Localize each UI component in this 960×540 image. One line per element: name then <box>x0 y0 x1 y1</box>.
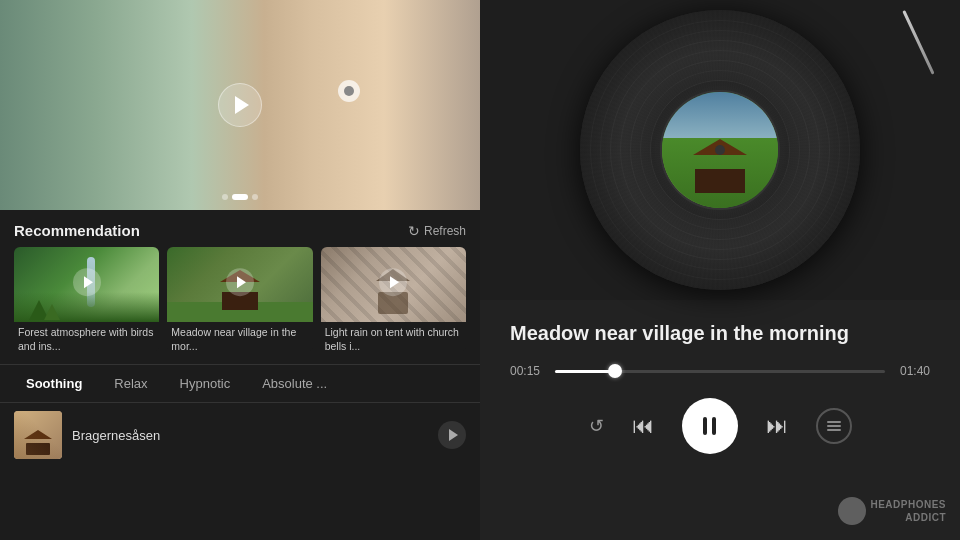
track-info: Meadow near village in the morning <box>480 300 960 356</box>
previous-button[interactable]: ⏮ <box>632 413 654 439</box>
refresh-icon: ↻ <box>408 223 420 239</box>
tonearm-arm <box>902 10 934 75</box>
progress-thumb[interactable] <box>608 364 622 378</box>
vinyl-center <box>715 145 725 155</box>
rec-item-1[interactable]: Forest atmosphere with birds and ins... <box>14 247 159 352</box>
tab-relax[interactable]: Relax <box>102 371 159 396</box>
progress-container: 00:15 01:40 <box>480 356 960 386</box>
play-pause-button[interactable] <box>682 398 738 454</box>
refresh-label: Refresh <box>424 224 466 238</box>
vinyl-container <box>480 0 960 300</box>
tab-soothing[interactable]: Soothing <box>14 371 94 396</box>
song-thumbnail <box>14 411 62 459</box>
menu-button[interactable] <box>816 408 852 444</box>
watermark-icon <box>838 497 866 525</box>
recommendation-title: Recommendation <box>14 222 140 239</box>
pause-icon <box>703 417 716 435</box>
song-name: Bragernesåsen <box>72 428 428 443</box>
barn-image <box>695 155 745 193</box>
watermark-text: HEADPHONES ADDICT <box>870 498 946 524</box>
rec-3-play[interactable] <box>379 268 407 296</box>
repeat-icon: ↺ <box>589 415 604 437</box>
tonearm <box>825 10 905 90</box>
recommendation-grid: Forest atmosphere with birds and ins... … <box>0 247 480 364</box>
song-list: Bragernesåsen <box>0 403 480 540</box>
recommendation-header: Recommendation ↻ Refresh <box>0 210 480 247</box>
rec-item-1-label: Forest atmosphere with birds and ins... <box>14 322 159 352</box>
track-title: Meadow near village in the morning <box>510 320 930 346</box>
hero-dots-indicator <box>222 194 258 200</box>
vinyl-record <box>580 10 860 290</box>
song-info: Bragernesåsen <box>72 428 428 443</box>
time-total: 01:40 <box>895 364 930 378</box>
song-item[interactable]: Bragernesåsen <box>0 403 480 467</box>
rec-1-play[interactable] <box>73 268 101 296</box>
pause-bar-1 <box>703 417 707 435</box>
right-panel: Meadow near village in the morning 00:15… <box>480 0 960 540</box>
barn-body <box>695 169 745 193</box>
rec-item-2-image <box>167 247 312 322</box>
rec-2-play[interactable] <box>226 268 254 296</box>
time-current: 00:15 <box>510 364 545 378</box>
hero-play-button[interactable] <box>218 83 262 127</box>
rec-item-3-image <box>321 247 466 322</box>
dot-2 <box>232 194 248 200</box>
watermark: HEADPHONES ADDICT <box>838 497 946 525</box>
next-icon: ⏭ <box>766 413 788 439</box>
next-button[interactable]: ⏭ <box>766 413 788 439</box>
dot-3 <box>252 194 258 200</box>
repeat-button[interactable]: ↺ <box>589 415 604 437</box>
rec-item-3[interactable]: Light rain on tent with church bells i..… <box>321 247 466 352</box>
progress-fill <box>555 370 614 373</box>
hero-image <box>0 0 480 210</box>
rec-item-2[interactable]: Meadow near village in the mor... <box>167 247 312 352</box>
refresh-button[interactable]: ↻ Refresh <box>408 223 466 239</box>
left-panel: Recommendation ↻ Refresh Forest atmosphe… <box>0 0 480 540</box>
playback-controls: ↺ ⏮ ⏭ <box>480 386 960 474</box>
tab-absolute[interactable]: Absolute ... <box>250 371 339 396</box>
rec-item-3-label: Light rain on tent with church bells i..… <box>321 322 466 352</box>
pause-bar-2 <box>712 417 716 435</box>
prev-icon: ⏮ <box>632 413 654 439</box>
rec-item-1-image <box>14 247 159 322</box>
tab-hypnotic[interactable]: Hypnotic <box>168 371 243 396</box>
dot-1 <box>222 194 228 200</box>
category-tabs: Soothing Relax Hypnotic Absolute ... <box>0 364 480 403</box>
progress-bar[interactable] <box>555 370 885 373</box>
song-play-button[interactable] <box>438 421 466 449</box>
rec-item-2-label: Meadow near village in the mor... <box>167 322 312 352</box>
